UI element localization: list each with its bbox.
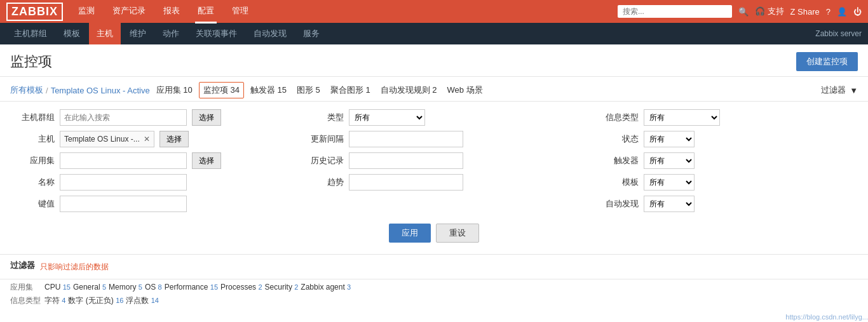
history-label: 历史记录 <box>299 155 344 166</box>
status1-label: 状态 <box>588 133 639 145</box>
update-interval-input[interactable] <box>349 131 463 147</box>
template-select[interactable]: 所有 <box>644 174 695 191</box>
filter-info: 过滤器 只影响过滤后的数据 <box>0 255 868 279</box>
nav-monitor[interactable]: 监测 <box>76 0 97 23</box>
host-group-label: 主机群组 <box>10 112 55 123</box>
breadcrumb-separator: / <box>46 86 48 95</box>
filter-tags-section: 应用集 CPU 15 General 5 Memory 5 OS 8 Perfo… <box>0 279 868 314</box>
subnav-event-links[interactable]: 关联项事件 <box>188 23 245 44</box>
tab-items[interactable]: 监控项 34 <box>199 82 244 98</box>
create-item-button[interactable]: 创建监控项 <box>796 52 858 71</box>
info-type-select[interactable]: 所有 <box>644 109 720 126</box>
status1-select[interactable]: 所有 <box>644 131 695 147</box>
app-set-select-btn[interactable]: 选择 <box>192 152 221 169</box>
trigger-select[interactable]: 所有 <box>644 152 695 169</box>
logo[interactable]: ZABBIX <box>6 3 63 21</box>
type-select[interactable]: 所有 <box>349 109 425 126</box>
subnav-hosts[interactable]: 主机 <box>89 23 121 44</box>
info-types-items: 字符 4 数字 (无正负) 16 浮点数 14 <box>44 295 159 306</box>
nav-admin[interactable]: 管理 <box>229 0 251 23</box>
server-label: Zabbix server <box>815 29 862 38</box>
filter-buttons: 应用 重设 <box>10 217 858 246</box>
subnav-templates[interactable]: 模板 <box>56 23 88 44</box>
page-title: 监控项 <box>10 52 52 71</box>
nav-reports[interactable]: 报表 <box>161 0 182 23</box>
top-nav-links: 监测 资产记录 报表 配置 管理 <box>76 0 618 23</box>
app-sets-label: 应用集 <box>10 282 42 293</box>
breadcrumb: 所有模板 / Template OS Linux - Active 应用集 10… <box>0 77 868 102</box>
list-item[interactable]: Zabbix agent 3 <box>301 283 351 292</box>
name-input[interactable] <box>60 174 187 191</box>
template-label: 模板 <box>588 177 639 188</box>
info-type-label: 信息类型 <box>588 112 639 123</box>
search-input[interactable] <box>618 5 732 18</box>
subnav-actions[interactable]: 动作 <box>155 23 187 44</box>
tab-discovery-rules[interactable]: 自动发现规则 2 <box>377 82 441 98</box>
tab-aggregate-graphs[interactable]: 聚合图形 1 <box>327 82 374 98</box>
subnav-discovery[interactable]: 自动发现 <box>246 23 294 44</box>
tab-app-sets[interactable]: 应用集 10 <box>153 82 196 98</box>
list-item[interactable]: 字符 4 <box>44 295 65 306</box>
host-tag: Template OS Linux -... ✕ <box>60 131 154 147</box>
trend-input[interactable] <box>349 174 463 191</box>
tab-graphs[interactable]: 图形 5 <box>293 82 324 98</box>
top-navigation: ZABBIX 监测 资产记录 报表 配置 管理 🔍 🎧 支持 Z Share ?… <box>0 0 868 23</box>
user-icon[interactable]: 👤 <box>837 7 847 17</box>
list-item[interactable]: 浮点数 14 <box>126 295 159 306</box>
filter-label: 过滤器 <box>821 84 846 96</box>
breadcrumb-template[interactable]: Template OS Linux - Active <box>51 86 150 95</box>
info-types-row: 信息类型 字符 4 数字 (无正负) 16 浮点数 14 <box>10 295 858 306</box>
subnav-host-groups[interactable]: 主机群组 <box>6 23 55 44</box>
list-item[interactable]: OS 8 <box>145 283 162 292</box>
reset-button[interactable]: 重设 <box>436 224 479 243</box>
nav-config[interactable]: 配置 <box>195 0 217 23</box>
filter-info-title: 过滤器 <box>10 260 35 271</box>
app-set-input[interactable] <box>60 152 187 169</box>
subnav-maintenance[interactable]: 维护 <box>122 23 154 44</box>
trigger-label: 触发器 <box>588 155 639 166</box>
tab-web-scenarios[interactable]: Web 场景 <box>444 82 487 98</box>
list-item[interactable]: Security 2 <box>265 283 299 292</box>
list-item[interactable]: Processes 2 <box>220 283 262 292</box>
support-link[interactable]: 🎧 支持 <box>755 6 784 17</box>
list-item[interactable]: Memory 5 <box>109 283 142 292</box>
list-item[interactable]: 数字 (无正负) 16 <box>68 295 123 306</box>
app-sets-row: 应用集 CPU 15 General 5 Memory 5 OS 8 Perfo… <box>10 282 858 293</box>
app-sets-items: CPU 15 General 5 Memory 5 OS 8 Performan… <box>44 283 351 292</box>
help-icon[interactable]: ? <box>826 7 831 17</box>
watermark: https://blog.csdn.net/lilyg... <box>785 313 868 314</box>
breadcrumb-all-templates[interactable]: 所有模板 <box>10 84 43 96</box>
app-set-label: 应用集 <box>10 155 55 166</box>
host-group-select-btn[interactable]: 选择 <box>192 109 221 126</box>
host-label: 主机 <box>10 133 55 145</box>
host-tag-remove[interactable]: ✕ <box>144 135 150 144</box>
filter-icon-symbol: ▼ <box>850 86 858 95</box>
type-label: 类型 <box>299 112 344 123</box>
nav-assets[interactable]: 资产记录 <box>110 0 148 23</box>
page-header: 监控项 创建监控项 <box>0 44 868 77</box>
list-item[interactable]: General 5 <box>73 283 106 292</box>
apply-button[interactable]: 应用 <box>389 224 431 243</box>
top-nav-right: 🔍 🎧 支持 Z Share ? 👤 ⏻ <box>618 5 862 18</box>
auto-discover-label: 自动发现 <box>588 198 639 210</box>
sub-navigation: 主机群组 模板 主机 维护 动作 关联项事件 自动发现 服务 Zabbix se… <box>0 23 868 44</box>
auto-discover-select[interactable]: 所有 <box>644 196 695 212</box>
list-item[interactable]: CPU 15 <box>44 283 71 292</box>
key-label: 键值 <box>10 198 55 210</box>
subnav-services[interactable]: 服务 <box>295 23 327 44</box>
key-input[interactable] <box>60 196 187 212</box>
tab-triggers[interactable]: 触发器 15 <box>247 82 290 98</box>
power-icon[interactable]: ⏻ <box>853 7 862 17</box>
share-link[interactable]: Z Share <box>790 7 820 17</box>
filter-info-subtitle: 只影响过滤后的数据 <box>40 262 109 272</box>
update-interval-label: 更新间隔 <box>299 133 344 145</box>
history-input[interactable] <box>349 152 463 169</box>
host-tag-value: Template OS Linux -... <box>64 135 140 144</box>
info-types-label: 信息类型 <box>10 295 42 306</box>
filter-toggle[interactable]: 过滤器 ▼ <box>821 84 858 96</box>
list-item[interactable]: Performance 15 <box>165 283 218 292</box>
host-group-input[interactable] <box>60 109 187 126</box>
search-icon[interactable]: 🔍 <box>738 7 749 17</box>
host-select-btn[interactable]: 选择 <box>159 131 189 147</box>
name-label: 名称 <box>10 177 55 188</box>
